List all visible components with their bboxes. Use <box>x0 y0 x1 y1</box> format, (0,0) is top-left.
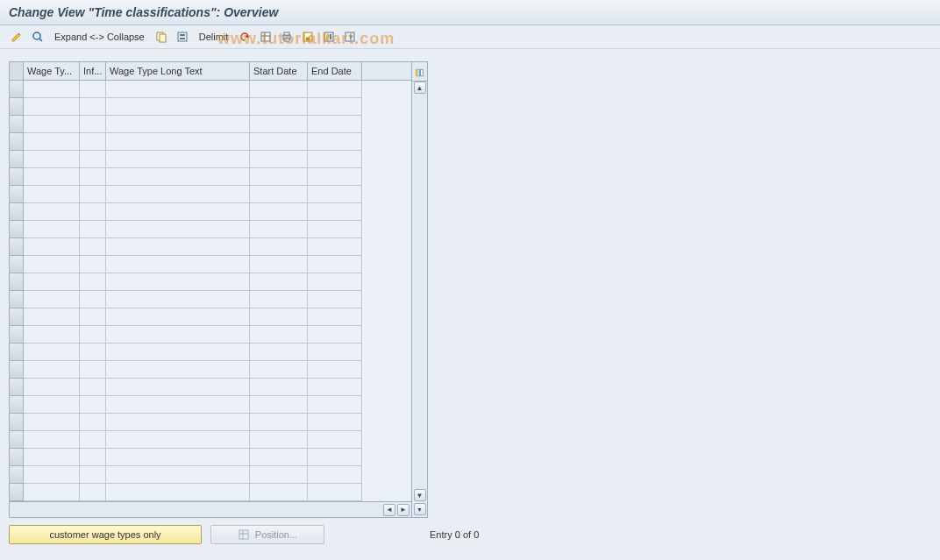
cell-wage-type-long[interactable] <box>106 396 250 414</box>
cell-wage-type[interactable] <box>24 98 80 116</box>
column-header-start-date[interactable]: Start Date <box>250 62 308 80</box>
row-selector[interactable] <box>10 133 24 151</box>
cell-start-date[interactable] <box>250 116 308 133</box>
cell-wage-type-long[interactable] <box>106 273 250 291</box>
row-selector[interactable] <box>10 414 24 431</box>
cell-wage-type-long[interactable] <box>106 151 250 168</box>
cell-inf[interactable] <box>80 81 106 98</box>
undo-icon[interactable] <box>237 29 253 45</box>
row-selector[interactable] <box>10 484 24 501</box>
cell-start-date[interactable] <box>250 133 308 151</box>
cell-start-date[interactable] <box>250 379 308 396</box>
table-settings-icon[interactable] <box>258 29 274 45</box>
cell-start-date[interactable] <box>250 256 308 273</box>
cell-start-date[interactable] <box>250 449 308 466</box>
cell-wage-type-long[interactable] <box>106 203 250 221</box>
cell-start-date[interactable] <box>250 151 308 168</box>
cell-end-date[interactable] <box>308 81 362 98</box>
save-layout-icon[interactable] <box>300 29 316 45</box>
row-selector[interactable] <box>10 379 24 396</box>
cell-start-date[interactable] <box>250 326 308 344</box>
cell-inf[interactable] <box>80 326 106 344</box>
cell-end-date[interactable] <box>308 151 362 168</box>
cell-end-date[interactable] <box>308 484 362 501</box>
row-selector[interactable] <box>10 256 24 273</box>
cell-wage-type-long[interactable] <box>106 361 250 379</box>
cell-inf[interactable] <box>80 151 106 168</box>
expand-collapse-button[interactable]: Expand <-> Collapse <box>51 30 148 44</box>
cell-wage-type[interactable] <box>24 133 80 151</box>
cell-end-date[interactable] <box>308 449 362 466</box>
scroll-down-icon[interactable]: ▼ <box>414 489 426 501</box>
row-selector[interactable] <box>10 98 24 116</box>
row-selector[interactable] <box>10 308 24 326</box>
cell-end-date[interactable] <box>308 186 362 203</box>
delimit-button[interactable]: Delimit <box>196 30 232 44</box>
cell-end-date[interactable] <box>308 168 362 186</box>
column-header-inf[interactable]: Inf... <box>80 62 106 80</box>
column-header-end-date[interactable]: End Date <box>308 62 362 80</box>
position-button[interactable]: Position... <box>210 525 324 544</box>
cell-end-date[interactable] <box>308 361 362 379</box>
column-header-selector[interactable] <box>10 62 24 80</box>
cell-start-date[interactable] <box>250 308 308 326</box>
cell-inf[interactable] <box>80 466 106 484</box>
cell-wage-type-long[interactable] <box>106 449 250 466</box>
cell-start-date[interactable] <box>250 186 308 203</box>
cell-inf[interactable] <box>80 168 106 186</box>
cell-end-date[interactable] <box>308 466 362 484</box>
cell-end-date[interactable] <box>308 344 362 361</box>
cell-wage-type[interactable] <box>24 151 80 168</box>
cell-end-date[interactable] <box>308 291 362 308</box>
cell-wage-type[interactable] <box>24 431 80 449</box>
cell-wage-type[interactable] <box>24 221 80 238</box>
cell-inf[interactable] <box>80 116 106 133</box>
configure-columns-icon[interactable] <box>412 64 427 82</box>
row-selector[interactable] <box>10 396 24 414</box>
cell-inf[interactable] <box>80 133 106 151</box>
cell-wage-type[interactable] <box>24 396 80 414</box>
cell-inf[interactable] <box>80 379 106 396</box>
cell-wage-type[interactable] <box>24 414 80 431</box>
cell-wage-type[interactable] <box>24 379 80 396</box>
row-selector[interactable] <box>10 168 24 186</box>
cell-inf[interactable] <box>80 238 106 256</box>
cell-wage-type[interactable] <box>24 238 80 256</box>
cell-wage-type[interactable] <box>24 291 80 308</box>
cell-inf[interactable] <box>80 221 106 238</box>
row-selector[interactable] <box>10 116 24 133</box>
cell-inf[interactable] <box>80 308 106 326</box>
column-header-wage-type[interactable]: Wage Ty... <box>24 62 80 80</box>
cell-inf[interactable] <box>80 273 106 291</box>
cell-wage-type-long[interactable] <box>106 221 250 238</box>
row-selector[interactable] <box>10 326 24 344</box>
cell-wage-type[interactable] <box>24 344 80 361</box>
cell-end-date[interactable] <box>308 203 362 221</box>
row-selector[interactable] <box>10 203 24 221</box>
cell-inf[interactable] <box>80 484 106 501</box>
row-selector[interactable] <box>10 273 24 291</box>
cell-wage-type-long[interactable] <box>106 326 250 344</box>
row-selector[interactable] <box>10 291 24 308</box>
cell-wage-type-long[interactable] <box>106 466 250 484</box>
cell-end-date[interactable] <box>308 396 362 414</box>
row-selector[interactable] <box>10 344 24 361</box>
cell-end-date[interactable] <box>308 431 362 449</box>
cell-start-date[interactable] <box>250 361 308 379</box>
row-selector[interactable] <box>10 186 24 203</box>
cell-inf[interactable] <box>80 186 106 203</box>
cell-wage-type[interactable] <box>24 326 80 344</box>
toggle-change-icon[interactable] <box>9 29 25 45</box>
cell-wage-type-long[interactable] <box>106 238 250 256</box>
cell-end-date[interactable] <box>308 308 362 326</box>
cell-wage-type-long[interactable] <box>106 414 250 431</box>
cell-inf[interactable] <box>80 449 106 466</box>
cell-end-date[interactable] <box>308 326 362 344</box>
column-header-wage-type-long[interactable]: Wage Type Long Text <box>106 62 250 80</box>
cell-wage-type[interactable] <box>24 273 80 291</box>
cell-wage-type-long[interactable] <box>106 308 250 326</box>
select-all-icon[interactable] <box>174 29 190 45</box>
cell-wage-type[interactable] <box>24 186 80 203</box>
cell-wage-type[interactable] <box>24 308 80 326</box>
cell-inf[interactable] <box>80 396 106 414</box>
